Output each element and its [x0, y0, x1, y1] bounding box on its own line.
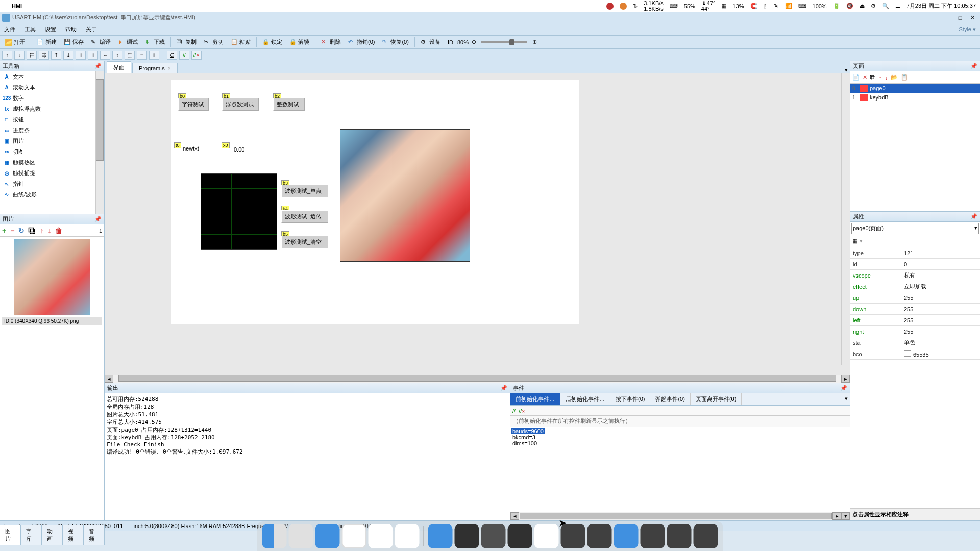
- prop-row[interactable]: left255: [850, 315, 980, 326]
- hmi-picture-p0[interactable]: [340, 129, 470, 262]
- bluetooth-icon[interactable]: ᛒ: [764, 3, 767, 9]
- menu-about[interactable]: 关于: [86, 26, 97, 33]
- uncomment-code-button[interactable]: //✕: [519, 408, 525, 414]
- tab-program[interactable]: Program.s×: [132, 63, 178, 73]
- prop-row[interactable]: down255: [850, 304, 980, 315]
- hmi-button-b2[interactable]: 整数测试: [273, 98, 305, 111]
- hmi-waveform[interactable]: [201, 173, 277, 250]
- clock[interactable]: 7月23日 周二 下午 10:05:37: [906, 2, 976, 10]
- tab-preinit[interactable]: 前初始化事件…: [510, 393, 560, 405]
- dock-finder[interactable]: [262, 524, 287, 548]
- align-center-h-button[interactable]: ⫲: [76, 51, 86, 60]
- canvas-scrollbar-v[interactable]: [841, 73, 850, 365]
- prop-row[interactable]: up255: [850, 292, 980, 304]
- comment-code-button[interactable]: //: [512, 408, 516, 414]
- hmi-button-b0[interactable]: 字符测试: [178, 98, 209, 111]
- hmi-canvas[interactable]: b0 字符测试 b1 浮点数测试 b2 整数测试 t0 newtxt x0 0.…: [171, 80, 579, 324]
- canvas-area[interactable]: b0 字符测试 b1 浮点数测试 b2 整数测试 t0 newtxt x0 0.…: [105, 73, 850, 374]
- add-page-button[interactable]: 📄: [852, 74, 860, 81]
- dock-app10[interactable]: [667, 524, 692, 548]
- same-width-button[interactable]: ↔: [100, 51, 110, 60]
- paste-button[interactable]: 📋粘贴: [228, 37, 254, 47]
- categorize-button[interactable]: ▦: [852, 238, 857, 244]
- dist-h-button[interactable]: ≡: [137, 51, 147, 60]
- delete-page-button[interactable]: ✕: [863, 74, 867, 81]
- hmi-button-b5[interactable]: 波形测试_清空: [281, 236, 328, 248]
- prop-row[interactable]: right255: [850, 326, 980, 337]
- delete-button[interactable]: ✕删除: [318, 37, 344, 47]
- align-center-v-button[interactable]: ⫲: [88, 51, 98, 60]
- uncomment-button[interactable]: //✕: [191, 51, 202, 60]
- toolbox-item[interactable]: ▣图片: [0, 136, 104, 146]
- props-object-selector[interactable]: page0(页面)▾: [851, 223, 979, 234]
- align-left-button[interactable]: ⬱: [27, 51, 37, 60]
- prop-row[interactable]: vscope私有: [850, 270, 980, 281]
- dock-launchpad[interactable]: [289, 524, 313, 548]
- code-c-button[interactable]: C: [167, 51, 177, 60]
- event-code-editor[interactable]: bauds=9600 bkcmd=3 dims=100: [510, 427, 850, 512]
- pin-icon[interactable]: 📌: [840, 385, 847, 391]
- delete-picture-button[interactable]: 🗑: [55, 227, 62, 235]
- lock-button[interactable]: 🔒锁定: [259, 37, 285, 47]
- remove-picture-button[interactable]: −: [10, 227, 14, 235]
- pin-icon[interactable]: 📌: [500, 385, 507, 391]
- tab-audio[interactable]: 音频: [84, 525, 105, 545]
- battery-icon[interactable]: 🔋: [833, 3, 840, 9]
- page-item[interactable]: 0page0: [850, 84, 980, 93]
- magnet-icon[interactable]: 🧲: [750, 3, 757, 9]
- tab-release[interactable]: 弹起事件(0): [650, 393, 690, 405]
- refresh-picture-button[interactable]: ↻: [18, 227, 24, 235]
- dock-wechat[interactable]: [395, 524, 420, 548]
- toolbox-item[interactable]: A滚动文本: [0, 82, 104, 93]
- tab-dropdown[interactable]: ▾: [845, 67, 848, 73]
- copy-button[interactable]: ⿻复制: [174, 37, 200, 47]
- compile-button[interactable]: ✎编译: [88, 37, 114, 47]
- code-line-2[interactable]: bkcmd=3: [511, 434, 849, 440]
- unlock-button[interactable]: 🔓解锁: [286, 37, 312, 47]
- minimize-button[interactable]: ─: [942, 13, 953, 22]
- replace-picture-button[interactable]: ⿻: [29, 227, 36, 235]
- dock-terminal[interactable]: [455, 524, 479, 548]
- dock-app9[interactable]: [641, 524, 665, 548]
- arrow-down-button[interactable]: ↓: [14, 51, 24, 60]
- prop-row[interactable]: id0: [850, 259, 980, 270]
- menu-help[interactable]: 帮助: [65, 26, 77, 33]
- prop-row[interactable]: type121: [850, 247, 980, 259]
- dock-app7[interactable]: [587, 524, 612, 548]
- add-picture-button[interactable]: +: [2, 227, 6, 235]
- style-dropdown[interactable]: Style ▾: [959, 26, 976, 33]
- toolbox-item[interactable]: □按钮: [0, 114, 104, 125]
- dock-app11[interactable]: [694, 524, 718, 548]
- pin-icon[interactable]: 📌: [94, 63, 102, 69]
- prop-row[interactable]: effect立即加载: [850, 281, 980, 292]
- page-item[interactable]: 1keybdB: [850, 93, 980, 102]
- code-line-1[interactable]: bauds=9600: [511, 428, 545, 434]
- prop-row[interactable]: sta单色: [850, 337, 980, 348]
- undo-button[interactable]: ↶撤销(0): [345, 37, 378, 47]
- alphabetize-button[interactable]: ▾: [860, 238, 863, 244]
- close-button[interactable]: ✕: [967, 13, 978, 22]
- zoom-in-button[interactable]: ⊕: [530, 39, 539, 45]
- dist-v-button[interactable]: ⦀: [149, 51, 159, 60]
- maximize-button[interactable]: □: [954, 13, 966, 22]
- debug-button[interactable]: ⏵调试: [115, 37, 141, 47]
- import-page-button[interactable]: 📂: [891, 74, 898, 81]
- settings-icon[interactable]: ⚙: [871, 3, 876, 9]
- toolbox-item[interactable]: A文本: [0, 71, 104, 82]
- hmi-text-t0[interactable]: newtxt: [183, 145, 199, 152]
- toolbox-item[interactable]: ∿曲线/波形: [0, 189, 104, 200]
- dock-chrome[interactable]: [342, 524, 366, 548]
- search-icon[interactable]: 🔍: [882, 3, 889, 9]
- move-up-button[interactable]: ↑: [40, 227, 43, 235]
- canvas-scrollbar-h[interactable]: ◂▸: [105, 374, 850, 383]
- export-page-button[interactable]: 📋: [901, 74, 908, 81]
- page-down-button[interactable]: ↓: [885, 74, 888, 81]
- event-tab-dropdown[interactable]: ▾: [843, 393, 850, 405]
- wifi-icon[interactable]: 📶: [785, 3, 792, 9]
- toolbox-item[interactable]: ▭进度条: [0, 125, 104, 136]
- page-up-button[interactable]: ↑: [879, 74, 882, 81]
- align-right-button[interactable]: ⇶: [39, 51, 49, 60]
- toolbox-item[interactable]: 123数字: [0, 93, 104, 104]
- move-down-button[interactable]: ↓: [47, 227, 51, 235]
- hmi-float-x0[interactable]: 0.00: [234, 146, 244, 153]
